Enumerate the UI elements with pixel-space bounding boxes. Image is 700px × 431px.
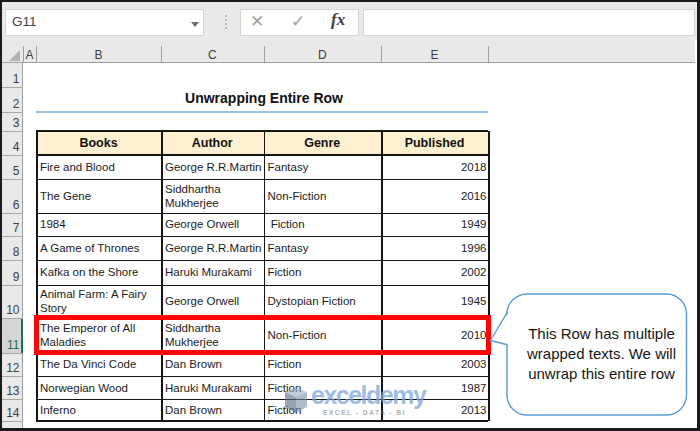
svg-text:exceldemy: exceldemy (311, 381, 427, 409)
svg-text:EXCEL - DATA - BI: EXCEL - DATA - BI (323, 409, 406, 416)
